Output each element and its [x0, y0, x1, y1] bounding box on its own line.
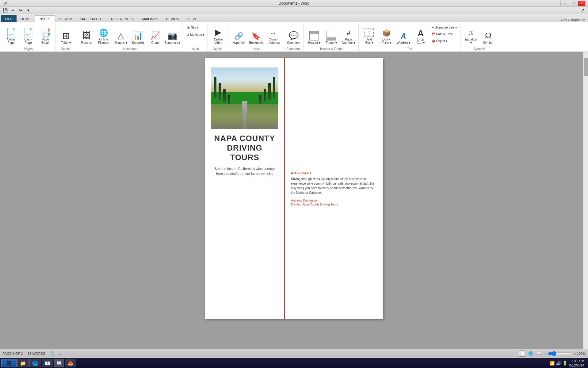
blank-page-button[interactable]: 📄 BlankPage — [20, 24, 36, 45]
page-number-button[interactable]: # PageNumber ▾ — [341, 24, 357, 45]
symbols-buttons: π Equation ▾ Ω Symbol — [463, 23, 496, 47]
header-footer-buttons: ━ Header ▾ ━ Footer ▾ # PageNumber ▾ — [306, 23, 357, 47]
scrollbar-thumb[interactable] — [584, 58, 588, 76]
page-canvas: NAPA COUNTY DRIVING TOURS See the best o… — [205, 58, 383, 319]
tab-view[interactable]: VIEW — [183, 15, 200, 22]
right-col-upper — [291, 67, 377, 171]
save-qat-button[interactable]: 💾 — [2, 7, 9, 13]
comment-label: Comment — [287, 41, 300, 44]
ribbon-group-illustrations: 🖼 Pictures 🌐 OnlinePictures △ Shapes ▾ 📊… — [77, 23, 182, 52]
screenshot-button[interactable]: 📷 Screenshot — [164, 24, 180, 45]
scrollbar-right[interactable] — [583, 52, 588, 349]
symbol-button[interactable]: Ω Symbol — [480, 24, 496, 45]
drop-cap-icon: A — [418, 29, 424, 37]
help-button[interactable]: ? — [579, 7, 586, 13]
footer-button[interactable]: ━ Footer ▾ — [323, 24, 339, 45]
tab-insert[interactable]: INSERT — [35, 15, 55, 22]
tree-2 — [219, 83, 221, 100]
store-icon: 🏪 — [186, 26, 190, 29]
document-title: NAPA COUNTY DRIVING TOURS — [211, 134, 278, 163]
bookmark-label: Bookmark — [249, 41, 263, 44]
document-subtitle: See the best of California's wine countr… — [211, 166, 278, 176]
chrome-button[interactable]: 🌐 — [29, 359, 41, 367]
close-button[interactable]: ✕ — [578, 1, 586, 6]
ribbon-group-comments: 💬 Comment Comments — [284, 23, 304, 52]
links-group-label: Links — [231, 47, 281, 52]
trees-left3 — [223, 89, 226, 102]
redo-button[interactable]: ↪ — [17, 7, 24, 13]
customize-qat-button[interactable]: ▾ — [25, 7, 32, 13]
pages-group-label: Pages — [3, 47, 53, 52]
trees-left2 — [219, 83, 221, 100]
quick-parts-button[interactable]: 📦 QuickParts ▾ — [378, 24, 394, 45]
tab-file[interactable]: FILE — [1, 15, 17, 22]
cover-page-button[interactable]: 📄 CoverPage — [3, 24, 19, 45]
comment-button[interactable]: 💬 Comment — [286, 24, 302, 45]
pictures-button[interactable]: 🖼 Pictures — [78, 24, 94, 45]
pictures-icon: 🖼 — [82, 30, 91, 40]
tab-home[interactable]: HOME — [17, 15, 35, 22]
firefox-button[interactable]: 🦊 — [65, 359, 76, 367]
ribbon-group-pages: 📄 CoverPage 📄 BlankPage 📑 PageBreak Page… — [1, 23, 55, 52]
equation-label: Equation ▾ — [464, 38, 478, 44]
comments-buttons: 💬 Comment — [286, 23, 302, 47]
wordart-button[interactable]: A WordArt ▾ — [395, 24, 411, 45]
tab-design[interactable]: DESIGN — [55, 15, 76, 22]
drop-cap-button[interactable]: A DropCap ▾ — [413, 24, 429, 45]
zoom-level: 100% — [577, 352, 586, 355]
smartart-label: SmartArt — [132, 41, 144, 44]
tab-references[interactable]: REFERENCES — [107, 15, 138, 22]
minimize-button[interactable]: ─ — [560, 1, 568, 6]
tab-mailings[interactable]: MAILINGS — [138, 15, 162, 22]
print-layout-button[interactable]: 📄 — [519, 351, 525, 357]
cover-page-icon: 📄 — [6, 29, 17, 37]
equation-button[interactable]: π Equation ▾ — [463, 24, 479, 45]
text-box-button[interactable]: T TextBox ▾ — [361, 24, 377, 45]
word-count: 63 WORDS — [28, 352, 45, 355]
restore-button[interactable]: ❐ — [569, 1, 577, 6]
tab-page-layout[interactable]: PAGE LAYOUT — [76, 15, 107, 22]
wordart-icon: A — [401, 32, 406, 40]
chart-button[interactable]: 📈 Chart — [147, 24, 163, 45]
page-left-column: NAPA COUNTY DRIVING TOURS See the best o… — [205, 58, 285, 319]
page-break-button[interactable]: 📑 PageBreak — [37, 24, 53, 45]
undo-button[interactable]: ↩ — [10, 7, 16, 13]
online-video-button[interactable]: ▶ OnlineVideo — [210, 24, 226, 45]
header-button[interactable]: ━ Header ▾ — [306, 24, 322, 45]
store-button[interactable]: 🏪 Store — [185, 24, 206, 31]
time-display: 1:46 PM — [569, 359, 584, 363]
abstract-section: ABSTRACT Driving through Napa County is … — [291, 171, 377, 206]
tree-3 — [223, 89, 226, 102]
table-button[interactable]: ⊞ Table ▾ — [58, 24, 74, 45]
chart-icon: 📈 — [150, 31, 160, 40]
zoom-out-button[interactable]: − — [545, 352, 547, 355]
zoom-slider-input[interactable] — [548, 351, 572, 356]
web-layout-button[interactable]: 🌐 — [528, 351, 534, 357]
online-video-icon: ▶ — [215, 28, 221, 37]
outlook-button[interactable]: 📧 — [42, 359, 53, 367]
smartart-icon: 📊 — [133, 31, 143, 40]
word-button[interactable]: W — [54, 359, 64, 367]
bookmark-button[interactable]: 🔖 Bookmark — [248, 24, 264, 45]
zoom-in-button[interactable]: + — [574, 352, 575, 355]
ribbon-group-tables: ⊞ Table ▾ Tables — [56, 23, 76, 52]
ribbon-tabs: FILE HOME INSERT DESIGN PAGE LAYOUT REFE… — [0, 14, 588, 22]
hyperlink-button[interactable]: 🔗 Hyperlink — [231, 24, 247, 45]
author-title: Owner, Napa County Driving Tours — [291, 203, 377, 206]
my-apps-button[interactable]: ⚙ My Apps ▾ — [185, 31, 206, 38]
cross-reference-button[interactable]: ↔ Cross-reference — [265, 24, 281, 45]
shapes-button[interactable]: △ Shapes ▾ — [113, 24, 129, 45]
smartart-button[interactable]: 📊 SmartArt — [130, 24, 146, 45]
file-explorer-button[interactable]: 📁 — [17, 359, 29, 367]
signature-line-button[interactable]: ✒ Signature Line ▾ — [430, 24, 458, 31]
start-button[interactable]: ⊞ — [1, 359, 17, 367]
read-mode-button[interactable]: 📖 — [536, 351, 542, 357]
footer-label: Footer ▾ — [326, 41, 337, 44]
tab-review[interactable]: REVIEW — [162, 15, 183, 22]
object-button[interactable]: 📦 Object ▾ — [430, 37, 458, 44]
symbols-group-label: Symbols — [463, 47, 496, 52]
date-time-button[interactable]: 📅 Date & Time — [430, 31, 458, 37]
wordart-label: WordArt ▾ — [397, 41, 410, 44]
online-pictures-button[interactable]: 🌐 OnlinePictures — [96, 24, 112, 45]
text-buttons: T TextBox ▾ 📦 QuickParts ▾ A WordArt ▾ A… — [361, 23, 458, 47]
